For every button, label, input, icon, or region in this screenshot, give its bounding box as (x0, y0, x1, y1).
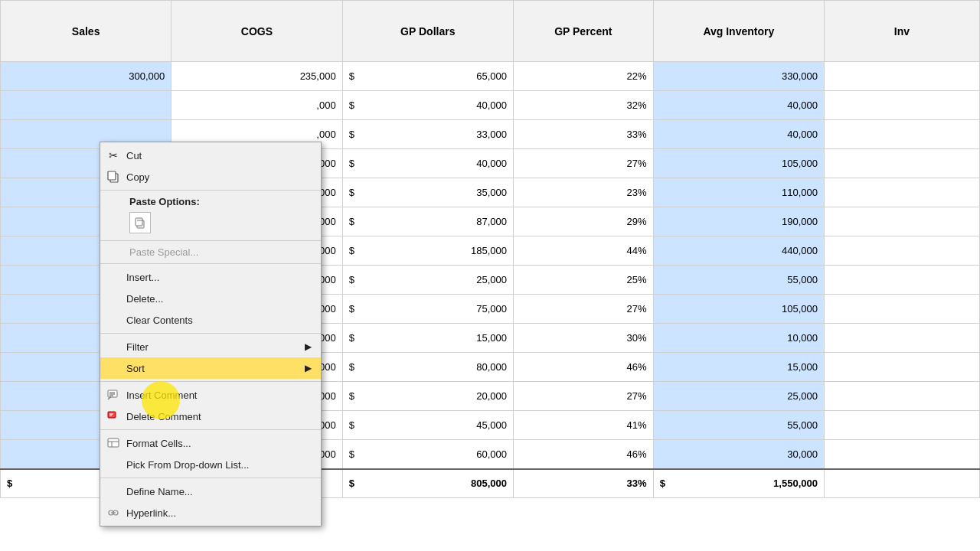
cell-gp-percent[interactable]: 27% (513, 382, 653, 411)
cell-sales[interactable]: 300,000 (1, 62, 172, 91)
cell-gp-dollars[interactable]: $33,000 (342, 120, 513, 149)
menu-item-copy[interactable]: Copy (100, 166, 321, 187)
delete-icon (106, 292, 120, 305)
cell-gp-dollars[interactable]: $40,000 (342, 91, 513, 120)
cell-inv[interactable] (824, 266, 979, 295)
menu-item-hyperlink[interactable]: Hyperlink... (100, 502, 321, 523)
cell-gp-dollars[interactable]: $805,000 (342, 469, 513, 498)
svg-rect-1 (108, 171, 116, 180)
cell-avg-inventory[interactable]: 40,000 (653, 120, 824, 149)
paste-icon-row (100, 209, 321, 238)
separator-4 (100, 333, 321, 334)
cell-gp-percent[interactable]: 44% (513, 236, 653, 266)
menu-item-filter[interactable]: Filter ▶ (100, 336, 321, 357)
cell-avg-inventory[interactable]: 25,000 (653, 382, 824, 411)
cell-inv[interactable] (824, 120, 979, 149)
cut-icon: ✂ (106, 148, 120, 162)
paste-options-label: Paste Options: (100, 193, 321, 209)
cell-gp-percent[interactable]: 41% (513, 411, 653, 440)
cell-inv[interactable] (824, 411, 979, 440)
format-cells-icon (106, 436, 120, 450)
cell-gp-dollars[interactable]: $80,000 (342, 353, 513, 382)
cell-gp-dollars[interactable]: $75,000 (342, 295, 513, 324)
cell-gp-dollars[interactable]: $35,000 (342, 178, 513, 207)
separator-1 (100, 190, 321, 191)
cell-gp-percent[interactable]: 30% (513, 324, 653, 353)
cell-cogs[interactable]: ,000 (172, 91, 342, 120)
cell-gp-percent[interactable]: 46% (513, 353, 653, 382)
menu-item-pick-dropdown[interactable]: Pick From Drop-down List... (100, 454, 321, 475)
cell-avg-inventory[interactable]: 110,000 (653, 178, 824, 207)
cell-gp-percent[interactable]: 22% (513, 62, 653, 91)
menu-item-format-cells[interactable]: Format Cells... (100, 432, 321, 454)
cell-avg-inventory[interactable]: 55,000 (653, 411, 824, 440)
insert-icon (106, 270, 120, 284)
cell-gp-dollars[interactable]: $20,000 (342, 382, 513, 411)
cell-gp-percent[interactable]: 33% (513, 120, 653, 149)
cell-gp-percent[interactable]: 32% (513, 91, 653, 120)
separator-7 (100, 478, 321, 478)
cell-avg-inventory[interactable]: 15,000 (653, 353, 824, 382)
cell-avg-inventory[interactable]: 55,000 (653, 266, 824, 295)
cell-avg-inventory[interactable]: 330,000 (653, 62, 824, 91)
cell-inv[interactable] (824, 236, 979, 266)
menu-item-delete[interactable]: Delete... (100, 288, 321, 309)
cell-gp-dollars[interactable]: $25,000 (342, 266, 513, 295)
menu-item-clear[interactable]: Clear Contents (100, 309, 321, 331)
cell-inv[interactable] (824, 149, 979, 178)
cell-gp-percent[interactable]: 46% (513, 440, 653, 469)
cell-gp-percent[interactable]: 27% (513, 149, 653, 178)
paste-button[interactable] (129, 212, 151, 233)
separator-3 (100, 263, 321, 264)
cell-inv[interactable] (824, 440, 979, 469)
cell-gp-dollars[interactable]: $65,000 (342, 62, 513, 91)
clear-icon (106, 313, 120, 327)
cell-avg-inventory[interactable]: $1,550,000 (653, 469, 824, 498)
menu-item-cut[interactable]: ✂ Cut (100, 145, 321, 166)
cell-gp-percent[interactable]: 25% (513, 266, 653, 295)
cell-avg-inventory[interactable]: 105,000 (653, 295, 824, 324)
menu-item-insert[interactable]: Insert... (100, 266, 321, 288)
cell-gp-dollars[interactable]: $45,000 (342, 411, 513, 440)
cell-avg-inventory[interactable]: 10,000 (653, 324, 824, 353)
cell-gp-percent[interactable]: 29% (513, 207, 653, 236)
menu-item-delete-comment[interactable]: Delete Comment (100, 406, 321, 427)
cell-inv[interactable] (824, 207, 979, 236)
cell-inv[interactable] (824, 62, 979, 91)
cell-gp-dollars[interactable]: $185,000 (342, 236, 513, 266)
cell-gp-percent[interactable]: 23% (513, 178, 653, 207)
cell-avg-inventory[interactable]: 40,000 (653, 91, 824, 120)
sort-arrow: ▶ (305, 363, 312, 373)
menu-item-define-name[interactable]: Define Name... (100, 481, 321, 502)
col-header-gp-dollars: GP Dollars (342, 1, 513, 62)
delete-comment-icon (106, 409, 120, 423)
cell-gp-dollars[interactable]: $60,000 (342, 440, 513, 469)
cell-inv[interactable] (824, 469, 979, 498)
cell-gp-percent[interactable]: 27% (513, 295, 653, 324)
cell-inv[interactable] (824, 382, 979, 411)
svg-rect-13 (108, 439, 119, 447)
cell-gp-dollars[interactable]: $87,000 (342, 207, 513, 236)
cell-avg-inventory[interactable]: 105,000 (653, 149, 824, 178)
menu-item-insert-comment[interactable]: Insert Comment (100, 384, 321, 406)
cell-avg-inventory[interactable]: 440,000 (653, 236, 824, 266)
cell-gp-dollars[interactable]: $40,000 (342, 149, 513, 178)
cell-inv[interactable] (824, 91, 979, 120)
cell-cogs[interactable]: 235,000 (172, 62, 342, 91)
menu-item-paste-special: Paste Special... (100, 243, 321, 261)
cell-inv[interactable] (824, 353, 979, 382)
sort-icon (106, 361, 120, 375)
cell-inv[interactable] (824, 295, 979, 324)
svg-rect-10 (108, 412, 116, 418)
pick-dropdown-icon (106, 458, 120, 471)
cell-avg-inventory[interactable]: 30,000 (653, 440, 824, 469)
cell-sales[interactable] (1, 91, 172, 120)
cell-inv[interactable] (824, 178, 979, 207)
cell-inv[interactable] (824, 324, 979, 353)
cell-avg-inventory[interactable]: 190,000 (653, 207, 824, 236)
cell-gp-dollars[interactable]: $15,000 (342, 324, 513, 353)
cell-gp-percent[interactable]: 33% (513, 469, 653, 498)
insert-comment-icon (106, 388, 120, 402)
col-header-avg-inventory: Avg Inventory (653, 1, 824, 62)
menu-item-sort[interactable]: Sort ▶ (100, 357, 321, 379)
